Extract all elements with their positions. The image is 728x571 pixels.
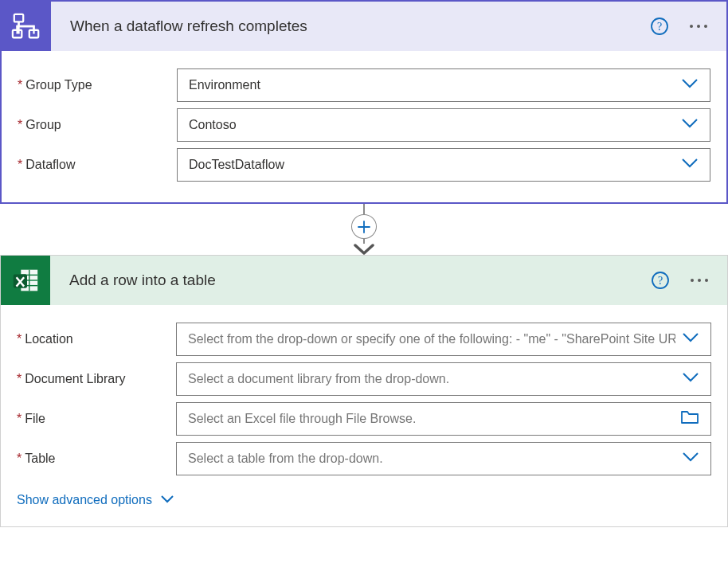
connector-line xyxy=(0,204,728,255)
chevron-down-icon xyxy=(160,493,174,507)
file-browse[interactable]: Select an Excel file through File Browse… xyxy=(176,402,711,436)
location-select[interactable]: Select from the drop-down or specify one… xyxy=(176,323,711,356)
document-library-select[interactable]: Select a document library from the drop-… xyxy=(176,362,711,396)
folder-icon xyxy=(680,410,699,428)
table-select[interactable]: Select a table from the drop-down. xyxy=(176,442,711,475)
action-card: Add a row into a table ? *Location Selec… xyxy=(0,255,728,527)
action-header[interactable]: Add a row into a table ? xyxy=(1,256,727,305)
chevron-down-icon xyxy=(681,118,699,132)
svg-rect-0 xyxy=(14,14,23,22)
svg-text:?: ? xyxy=(658,275,663,287)
trigger-card: When a dataflow refresh completes ? *Gro… xyxy=(0,0,728,204)
group-type-label: *Group Type xyxy=(18,78,177,92)
help-icon[interactable]: ? xyxy=(650,17,669,36)
show-advanced-options-link[interactable]: Show advanced options xyxy=(17,482,174,512)
file-label: *File xyxy=(17,412,176,426)
dataflow-icon xyxy=(2,2,51,51)
group-type-select[interactable]: Environment xyxy=(177,68,710,102)
location-label: *Location xyxy=(17,332,176,346)
more-menu-icon[interactable] xyxy=(689,274,710,287)
trigger-body: *Group Type Environment *Group Contoso *… xyxy=(2,51,726,202)
chevron-down-icon xyxy=(682,332,699,346)
dataflow-label: *Dataflow xyxy=(18,158,177,172)
action-body: *Location Select from the drop-down or s… xyxy=(1,305,727,526)
help-icon[interactable]: ? xyxy=(651,271,670,290)
excel-icon xyxy=(1,256,50,305)
table-label: *Table xyxy=(17,452,176,466)
action-title: Add a row into a table xyxy=(50,272,651,289)
document-library-label: *Document Library xyxy=(17,372,176,386)
group-label: *Group xyxy=(18,118,177,132)
chevron-down-icon xyxy=(682,452,699,466)
chevron-down-icon xyxy=(681,78,699,92)
dataflow-select[interactable]: DocTestDataflow xyxy=(177,148,710,182)
group-select[interactable]: Contoso xyxy=(177,108,710,142)
trigger-title: When a dataflow refresh completes xyxy=(51,18,650,35)
add-step-button[interactable] xyxy=(351,214,377,239)
chevron-down-icon xyxy=(681,158,699,172)
more-menu-icon[interactable] xyxy=(688,20,709,33)
arrow-down-icon xyxy=(354,244,374,255)
trigger-header[interactable]: When a dataflow refresh completes ? xyxy=(2,2,726,51)
svg-text:?: ? xyxy=(657,21,662,33)
chevron-down-icon xyxy=(682,372,699,386)
